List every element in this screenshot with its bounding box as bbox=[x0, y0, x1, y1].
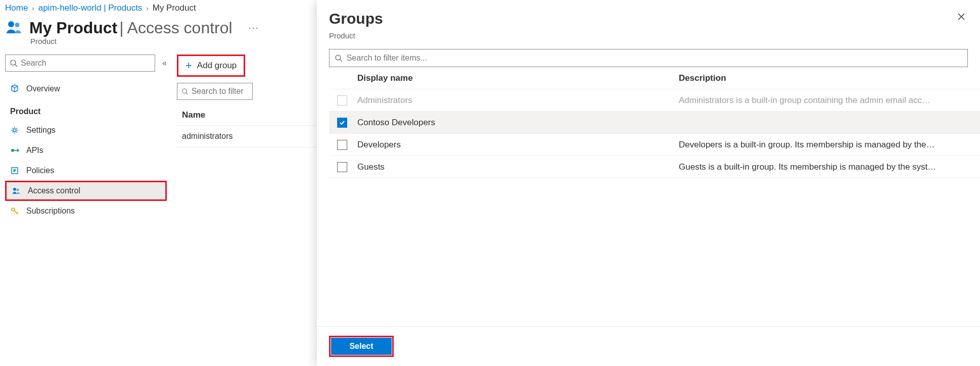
panel-row-guests[interactable]: Guests Guests is a built-in group. Its m… bbox=[329, 156, 980, 178]
sidebar-item-overview[interactable]: Overview bbox=[5, 79, 167, 99]
panel-search-input[interactable] bbox=[347, 54, 962, 63]
panel-table: Display name Description Administrators … bbox=[329, 67, 980, 178]
sidebar-item-subscriptions[interactable]: Subscriptions bbox=[5, 201, 167, 221]
chevron-right-icon: › bbox=[146, 5, 148, 12]
sidebar: « Overview Product Settings APIs Po bbox=[5, 55, 167, 221]
plus-icon: + bbox=[185, 59, 192, 72]
search-icon bbox=[335, 54, 343, 62]
panel-table-header: Display name Description bbox=[329, 67, 980, 89]
apis-icon bbox=[10, 146, 19, 155]
key-icon bbox=[10, 206, 19, 216]
sidebar-item-label: Access control bbox=[28, 186, 80, 195]
sidebar-item-access-control[interactable]: Access control bbox=[5, 181, 167, 201]
more-actions-button[interactable]: ··· bbox=[249, 23, 259, 33]
sidebar-heading-product: Product bbox=[5, 99, 167, 120]
sidebar-item-label: Overview bbox=[26, 84, 60, 93]
panel-cell-name: Developers bbox=[355, 140, 679, 150]
overview-icon bbox=[10, 84, 19, 93]
svg-point-1 bbox=[15, 23, 20, 27]
svg-line-3 bbox=[15, 65, 17, 67]
panel-row-developers[interactable]: Developers Developers is a built-in grou… bbox=[329, 134, 980, 156]
svg-point-10 bbox=[182, 89, 187, 93]
sidebar-item-settings[interactable]: Settings bbox=[5, 120, 167, 140]
checkbox[interactable] bbox=[337, 140, 347, 150]
breadcrumb-service[interactable]: apim-hello-world | Products bbox=[38, 3, 143, 13]
panel-title: Groups bbox=[329, 10, 383, 27]
svg-line-15 bbox=[340, 60, 342, 62]
select-button[interactable]: Select bbox=[331, 338, 392, 355]
collapse-sidebar-icon[interactable]: « bbox=[162, 59, 167, 68]
checkbox[interactable] bbox=[337, 162, 347, 172]
sidebar-item-label: Settings bbox=[26, 126, 56, 135]
panel-search[interactable] bbox=[329, 49, 968, 67]
panel-cell-desc: Guests is a built-in group. Its membersh… bbox=[679, 162, 980, 172]
close-button[interactable] bbox=[955, 10, 968, 25]
svg-point-8 bbox=[17, 189, 19, 191]
svg-point-14 bbox=[336, 55, 341, 60]
sidebar-item-policies[interactable]: Policies bbox=[5, 161, 167, 181]
svg-line-11 bbox=[186, 93, 188, 94]
panel-cell-name: Contoso Developers bbox=[355, 118, 679, 128]
people-icon bbox=[12, 186, 21, 195]
check-icon bbox=[339, 119, 346, 126]
groups-panel: Groups Product Display name Description … bbox=[317, 0, 980, 366]
panel-row-administrators: Administrators Administrators is a built… bbox=[329, 89, 980, 112]
breadcrumb-current: My Product bbox=[153, 3, 196, 13]
panel-col-header-name[interactable]: Display name bbox=[355, 73, 679, 83]
search-icon bbox=[181, 87, 189, 95]
page-title: My Product bbox=[29, 19, 117, 37]
policies-icon bbox=[10, 166, 19, 175]
chevron-right-icon: › bbox=[32, 5, 34, 12]
close-icon bbox=[957, 12, 966, 21]
checkbox bbox=[337, 95, 347, 106]
breadcrumb-home[interactable]: Home bbox=[5, 3, 28, 13]
sidebar-search[interactable] bbox=[5, 55, 155, 72]
panel-footer: Select bbox=[317, 326, 980, 366]
svg-point-2 bbox=[11, 60, 16, 65]
svg-point-7 bbox=[13, 188, 16, 191]
panel-cell-name: Administrators bbox=[355, 95, 679, 106]
panel-cell-desc: Developers is a built-in group. Its memb… bbox=[679, 140, 980, 150]
sidebar-search-input[interactable] bbox=[21, 59, 151, 68]
panel-cell-desc: Administrators is a built-in group conta… bbox=[679, 95, 980, 106]
panel-subtitle: Product bbox=[317, 31, 980, 49]
panel-col-header-desc[interactable]: Description bbox=[679, 73, 980, 83]
sidebar-item-label: APIs bbox=[26, 146, 43, 155]
sidebar-item-label: Subscriptions bbox=[26, 206, 75, 216]
checkbox[interactable] bbox=[337, 118, 347, 128]
search-icon bbox=[10, 59, 18, 67]
svg-point-4 bbox=[13, 129, 16, 132]
sidebar-item-label: Policies bbox=[26, 166, 54, 175]
panel-row-contoso-developers[interactable]: Contoso Developers bbox=[329, 112, 980, 134]
main-filter-input[interactable] bbox=[192, 87, 248, 96]
sidebar-item-apis[interactable]: APIs bbox=[5, 140, 167, 161]
gear-icon bbox=[10, 126, 19, 135]
add-group-button[interactable]: + Add group bbox=[177, 55, 245, 77]
page-section: | Access control bbox=[119, 19, 232, 37]
svg-point-5 bbox=[11, 149, 14, 152]
add-group-label: Add group bbox=[197, 61, 237, 71]
panel-cell-name: Guests bbox=[355, 162, 679, 172]
people-icon bbox=[5, 18, 23, 38]
svg-point-0 bbox=[8, 21, 14, 27]
main-filter-search[interactable] bbox=[177, 83, 253, 100]
